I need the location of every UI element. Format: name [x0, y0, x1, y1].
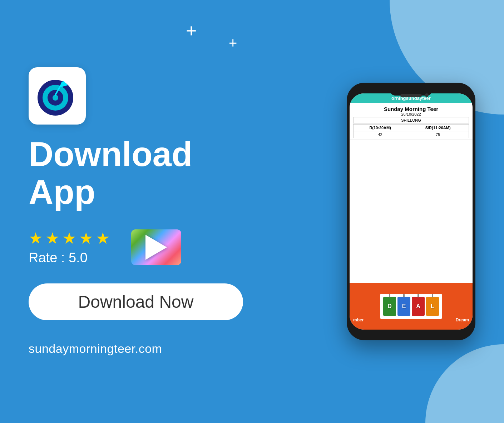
table-header-col2: S/R(11:20AM) — [407, 125, 469, 131]
phone-mockup: orningsundayteer Sunday Morning Teer 26/… — [347, 83, 475, 340]
star-1: ★ — [29, 229, 43, 247]
play-icon — [145, 235, 167, 260]
star-5: ★ — [96, 229, 110, 247]
phone-notch — [390, 88, 433, 96]
download-app-heading: Download App — [29, 135, 261, 211]
deal-tag-d: D — [383, 297, 396, 316]
deal-tag-e: E — [397, 297, 410, 316]
deal-tag-l: L — [426, 297, 439, 316]
rate-text: Rate : 5.0 — [29, 250, 110, 266]
right-section: orningsundayteer Sunday Morning Teer 26/… — [347, 83, 475, 340]
star-4: ★ — [79, 229, 93, 247]
deal-letter-d: D — [387, 303, 392, 310]
stars-rating-section: ★ ★ ★ ★ ★ Rate : 5.0 — [29, 229, 110, 266]
screen-date: 26/10/2022 — [353, 112, 469, 116]
deal-letter-e: E — [402, 303, 406, 310]
screen-location: SHILLONG — [353, 117, 469, 123]
google-play-badge[interactable] — [131, 229, 181, 265]
result-col2: 75 — [407, 131, 469, 138]
table-row: 42 75 — [354, 131, 469, 138]
rating-row: ★ ★ ★ ★ ★ Rate : 5.0 — [29, 229, 181, 266]
screen-body — [350, 140, 473, 283]
plus-decoration-1: + — [186, 21, 197, 40]
screen-title-section: Sunday Morning Teer 26/10/2022 SHILLONG … — [350, 103, 473, 140]
download-now-button[interactable]: Download Now — [29, 283, 243, 320]
deal-tags-container: D E A L — [380, 293, 443, 320]
teer-results-table: R(10:20AM) S/R(11:20AM) 42 75 — [353, 124, 469, 138]
deal-letter-a: A — [416, 303, 420, 310]
left-section: Download App ★ ★ ★ ★ ★ Rate : 5.0 Downlo… — [29, 67, 261, 355]
ad-left-text: mber — [353, 317, 364, 322]
svg-point-3 — [53, 95, 58, 101]
screen-bottom-ad: mber D E A L — [350, 283, 473, 330]
star-2: ★ — [45, 229, 59, 247]
screen-main-title: Sunday Morning Teer — [353, 106, 469, 112]
main-background: + + Download App — [0, 0, 504, 423]
phone-screen: orningsundayteer Sunday Morning Teer 26/… — [350, 93, 473, 330]
wave-bottom-right-decoration — [425, 344, 504, 423]
deal-letter-l: L — [431, 303, 434, 310]
result-col1: 42 — [354, 131, 407, 138]
target-icon — [36, 74, 79, 117]
website-url: sundaymorningteer.com — [29, 342, 162, 356]
table-header-col1: R(10:20AM) — [354, 125, 407, 131]
stars-container: ★ ★ ★ ★ ★ — [29, 229, 110, 247]
star-3: ★ — [62, 229, 76, 247]
phone-camera — [425, 93, 429, 97]
deal-tag-a: A — [412, 297, 425, 316]
app-icon-wrapper — [29, 67, 86, 125]
plus-decoration-2: + — [229, 36, 237, 50]
ad-right-text: Dream — [456, 317, 469, 322]
phone-speaker — [400, 94, 422, 97]
